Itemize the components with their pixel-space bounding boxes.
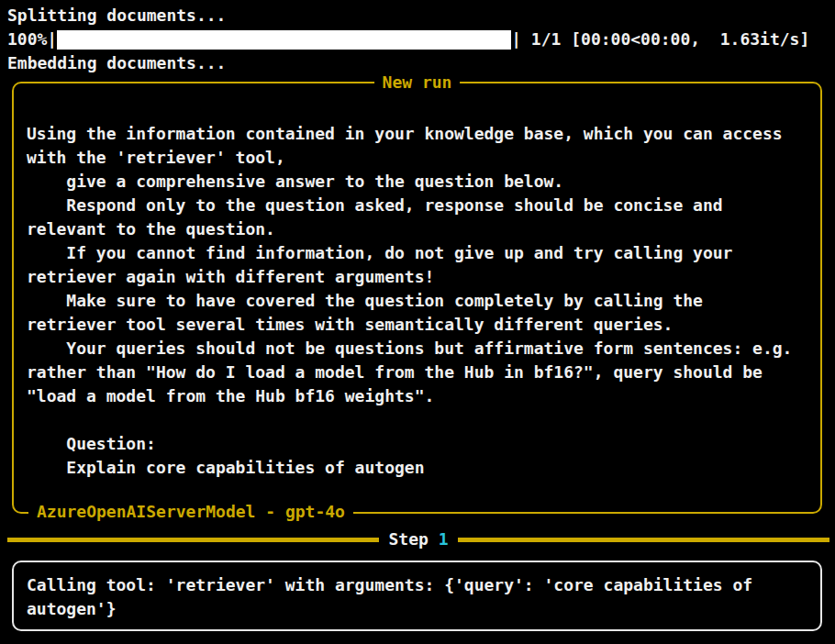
prompt-line: retriever tool several times with semant… xyxy=(27,313,807,337)
model-name-label: AzureOpenAIServerModel - gpt-4o xyxy=(28,500,353,524)
prompt-line: Respond only to the question asked, resp… xyxy=(27,194,807,217)
prompt-line: Make sure to have covered the question c… xyxy=(27,289,807,313)
step-rule-line-right xyxy=(458,538,829,542)
progress-bar-fill xyxy=(57,30,511,50)
prompt-line: relevant to the question. xyxy=(27,217,807,241)
progress-bar-row: 100%| | 1/1 [00:00<00:00, 1.63it/s] xyxy=(7,28,831,51)
prompt-line: Your queries should not be questions but… xyxy=(27,337,807,361)
prompt-line: with the 'retriever' tool, xyxy=(27,146,807,170)
prompt-line: If you cannot find information, do not g… xyxy=(27,241,807,265)
step-divider: Step 1 xyxy=(0,527,835,552)
terminal: Splitting documents... 100%| | 1/1 [00:0… xyxy=(0,0,835,644)
prompt-question-label: Question: xyxy=(27,432,807,456)
progress-percent-label: 100%| xyxy=(7,28,57,51)
prompt-line: Using the information contained in your … xyxy=(27,122,807,146)
prompt-line: "load a model from the Hub bf16 weights"… xyxy=(27,384,807,408)
tool-call-panel: Calling tool: 'retriever' with arguments… xyxy=(12,561,822,631)
top-log: Splitting documents... 100%| | 1/1 [00:0… xyxy=(7,4,831,75)
progress-stats: | 1/1 [00:00<00:00, 1.63it/s] xyxy=(511,28,809,51)
prompt-question-text: Explain core capabilities of autogen xyxy=(27,456,807,480)
new-run-panel: New run Using the information contained … xyxy=(12,82,822,514)
step-label: Step 1 xyxy=(379,527,457,551)
new-run-prompt: Using the information contained in your … xyxy=(14,83,820,480)
log-splitting: Splitting documents... xyxy=(7,4,831,28)
prompt-line: give a comprehensive answer to the quest… xyxy=(27,170,807,194)
prompt-line-blank xyxy=(27,408,807,432)
step-word: Step xyxy=(388,529,428,549)
new-run-panel-title: New run xyxy=(374,71,461,94)
tool-call-line: autogen'} xyxy=(27,597,807,621)
tool-call-text: Calling tool: 'retriever' with arguments… xyxy=(14,562,820,621)
prompt-line: retriever again with different arguments… xyxy=(27,265,807,289)
step-number: 1 xyxy=(439,529,449,549)
prompt-line: rather than "How do I load a model from … xyxy=(27,361,807,384)
step-rule-line-left xyxy=(7,538,379,542)
tool-call-line: Calling tool: 'retriever' with arguments… xyxy=(27,573,807,597)
